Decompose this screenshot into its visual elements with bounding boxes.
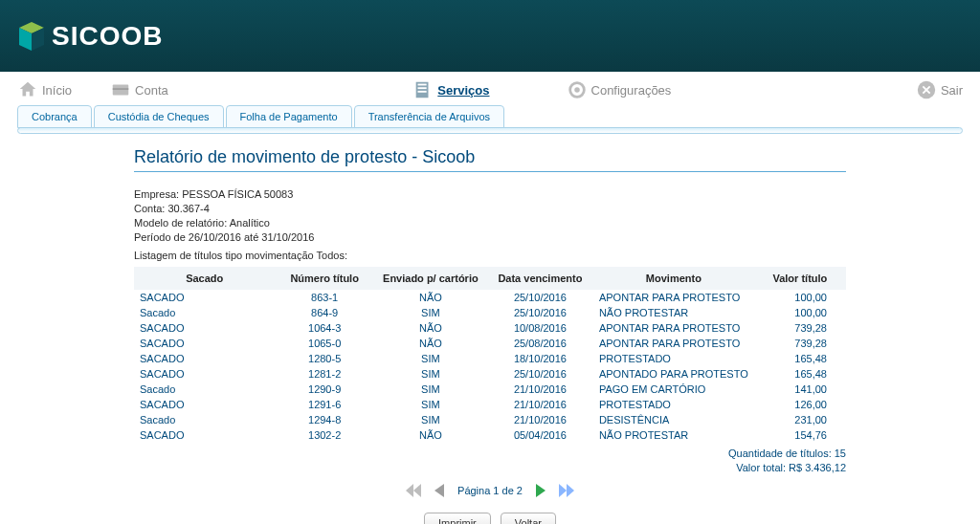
cell-movimento: APONTAR PARA PROTESTO (593, 320, 754, 336)
nav-configuracoes-label: Configurações (591, 83, 672, 98)
cell-valor: 739,28 (754, 336, 846, 351)
svg-rect-7 (418, 87, 427, 89)
cell-enviado: SIM (374, 366, 487, 382)
pager-label: Página 1 de 2 (457, 485, 523, 496)
gear-icon (567, 79, 588, 100)
meta-conta: Conta: 30.367-4 (134, 202, 846, 216)
cell-movimento: APONTAR PARA PROTESTO (593, 336, 754, 351)
account-icon (110, 79, 131, 100)
cell-enviado: SIM (374, 382, 487, 397)
cell-numero: 1302-2 (275, 427, 373, 443)
table-row: SACADO1065-0NÃO25/08/2016APONTAR PARA PR… (134, 336, 846, 351)
pager-last-icon[interactable] (557, 482, 576, 499)
cell-enviado: SIM (374, 412, 487, 427)
cell-vencimento: 21/10/2016 (487, 412, 593, 427)
pager-first-icon[interactable] (404, 482, 423, 499)
report-content: Relatório de movimento de protesto - Sic… (0, 134, 980, 524)
cell-valor: 154,76 (754, 427, 846, 443)
cell-numero: 1294-8 (275, 412, 373, 427)
cell-sacado: SACADO (134, 290, 275, 305)
cell-vencimento: 25/10/2016 (487, 290, 593, 305)
cell-vencimento: 10/08/2016 (487, 320, 593, 336)
cell-valor: 141,00 (754, 382, 846, 397)
svg-marker-14 (434, 484, 444, 497)
cell-enviado: SIM (374, 305, 487, 320)
back-button[interactable]: Voltar (501, 513, 556, 524)
cell-sacado: SACADO (134, 427, 275, 443)
cell-numero: 1064-3 (275, 320, 373, 336)
cell-enviado: NÃO (374, 427, 487, 443)
cell-sacado: SACADO (134, 351, 275, 366)
table-row: Sacado864-9SIM25/10/2016NÃO PROTESTAR100… (134, 305, 846, 320)
action-buttons: Imprimir Voltar (134, 513, 846, 524)
svg-rect-4 (113, 88, 129, 90)
table-row: SACADO1280-5SIM18/10/2016PROTESTADO165,4… (134, 351, 846, 366)
cell-sacado: SACADO (134, 397, 275, 412)
cell-numero: 1065-0 (275, 336, 373, 351)
nav-sair[interactable]: Sair (916, 79, 963, 100)
table-header-row: Sacado Número título Enviado p/ cartório… (134, 267, 846, 290)
sub-tabs: Cobrança Custódia de Cheques Folha de Pa… (0, 104, 980, 127)
brand-logo: SICOOB (17, 21, 163, 52)
cell-movimento: NÃO PROTESTAR (593, 305, 754, 320)
tab-transferencia[interactable]: Transferência de Arquivos (354, 105, 504, 128)
cell-numero: 1281-2 (275, 366, 373, 382)
print-button[interactable]: Imprimir (424, 513, 491, 524)
tab-folha[interactable]: Folha de Pagamento (226, 105, 352, 128)
cell-sacado: Sacado (134, 412, 275, 427)
meta-empresa: Empresa: PESSOA FÍSICA 50083 (134, 187, 846, 202)
cell-movimento: DESISTÊNCIA (593, 412, 754, 427)
svg-marker-16 (559, 484, 567, 497)
nav-configuracoes[interactable]: Configurações (567, 79, 672, 100)
nav-servicos[interactable]: Serviços (412, 79, 489, 100)
services-icon (412, 79, 434, 100)
col-numero: Número título (275, 267, 373, 290)
pager-next-icon[interactable] (530, 482, 549, 499)
cell-sacado: SACADO (134, 366, 275, 382)
cell-valor: 231,00 (754, 412, 846, 427)
svg-point-10 (574, 87, 580, 93)
page-title: Relatório de movimento de protesto - Sic… (134, 147, 846, 172)
cell-valor: 165,48 (754, 351, 846, 366)
table-row: Sacado1290-9SIM21/10/2016PAGO EM CARTÓRI… (134, 382, 846, 397)
cell-movimento: PROTESTADO (593, 351, 754, 366)
table-row: SACADO1291-6SIM21/10/2016PROTESTADO126,0… (134, 397, 846, 412)
tab-divider (17, 127, 963, 134)
home-icon (17, 79, 38, 100)
report-table: Sacado Número título Enviado p/ cartório… (134, 267, 846, 443)
summary-valor-total: Valor total: R$ 3.436,12 (134, 461, 846, 474)
col-movimento: Movimento (593, 267, 754, 290)
nav-conta[interactable]: Conta (110, 79, 168, 100)
app-header: SICOOB (0, 0, 980, 72)
table-row: SACADO863-1NÃO25/10/2016APONTAR PARA PRO… (134, 290, 846, 305)
tab-custodia[interactable]: Custódia de Cheques (94, 105, 224, 128)
brand-mark-icon (17, 22, 46, 51)
cell-sacado: SACADO (134, 336, 275, 351)
meta-modelo: Modelo de relatório: Analítico (134, 216, 846, 230)
nav-inicio-label: Início (42, 83, 72, 98)
svg-marker-15 (536, 484, 546, 497)
cell-vencimento: 21/10/2016 (487, 382, 593, 397)
svg-marker-12 (406, 484, 413, 497)
table-row: SACADO1064-3NÃO10/08/2016APONTAR PARA PR… (134, 320, 846, 336)
nav-inicio[interactable]: Início (17, 79, 72, 100)
cell-enviado: SIM (374, 397, 487, 412)
cell-numero: 1280-5 (275, 351, 373, 366)
cell-vencimento: 25/08/2016 (487, 336, 593, 351)
pager-prev-icon[interactable] (431, 482, 450, 499)
cell-vencimento: 05/04/2016 (487, 427, 593, 443)
table-row: Sacado1294-8SIM21/10/2016DESISTÊNCIA231,… (134, 412, 846, 427)
cell-numero: 863-1 (275, 290, 373, 305)
cell-enviado: NÃO (374, 336, 487, 351)
cell-vencimento: 21/10/2016 (487, 397, 593, 412)
nav-conta-label: Conta (135, 83, 168, 98)
cell-enviado: NÃO (374, 290, 487, 305)
report-meta: Empresa: PESSOA FÍSICA 50083 Conta: 30.3… (134, 187, 846, 244)
cell-vencimento: 18/10/2016 (487, 351, 593, 366)
tab-cobranca[interactable]: Cobrança (17, 105, 92, 128)
cell-enviado: NÃO (374, 320, 487, 336)
svg-rect-8 (418, 91, 427, 93)
cell-movimento: APONTAR PARA PROTESTO (593, 290, 754, 305)
cell-valor: 100,00 (754, 305, 846, 320)
nav-sair-label: Sair (941, 83, 963, 98)
